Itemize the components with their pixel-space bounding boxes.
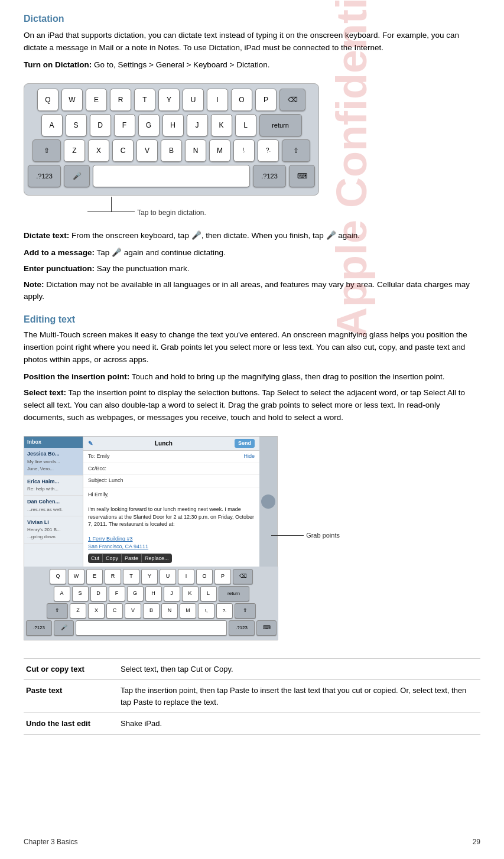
skey-f[interactable]: F (109, 586, 125, 601)
editing-info-table: Cut or copy text Select text, then tap C… (24, 658, 480, 735)
skey-h[interactable]: H (145, 586, 162, 601)
mock-sidebar-header: Inbox (24, 437, 83, 448)
key-w[interactable]: W (61, 89, 83, 111)
key-h[interactable]: H (162, 114, 184, 136)
skey-shift-r[interactable]: ⇧ (235, 603, 256, 619)
mock-email-to: To: Emily Hide (83, 451, 259, 463)
mock-email-keyboard: Inbox Jessica Bo... My line words... Jun… (24, 436, 278, 640)
skey-b[interactable]: B (143, 603, 160, 619)
mock-portrait (259, 437, 277, 567)
key-p[interactable]: P (255, 89, 277, 111)
key-g[interactable]: G (138, 114, 160, 136)
skey-d[interactable]: D (90, 586, 107, 601)
mock-sidebar-preview-3: ...res.res as well. (27, 506, 80, 513)
key-c[interactable]: C (112, 139, 134, 162)
key-b[interactable]: B (161, 139, 182, 162)
skey-y[interactable]: Y (141, 569, 158, 584)
skey-q[interactable]: Q (50, 569, 66, 584)
key-i[interactable]: I (207, 89, 228, 111)
skey-m[interactable]: M (180, 603, 196, 619)
mock-replace-btn[interactable]: Replace... (142, 554, 172, 562)
skey-return[interactable]: return (219, 586, 249, 601)
skey-i[interactable]: I (178, 569, 194, 584)
key-l[interactable]: L (235, 114, 256, 136)
key-numbers-right[interactable]: .?123 (253, 165, 286, 187)
key-delete[interactable]: ⌫ (279, 89, 305, 111)
skey-s[interactable]: S (72, 586, 89, 601)
key-exclaim[interactable]: !, (233, 139, 255, 162)
key-y[interactable]: Y (158, 89, 180, 111)
key-d[interactable]: D (90, 114, 111, 136)
key-shift-left[interactable]: ⇧ (32, 139, 61, 162)
skey-g[interactable]: G (127, 586, 144, 601)
key-q[interactable]: Q (37, 89, 58, 111)
skey-o[interactable]: O (196, 569, 213, 584)
skey-space[interactable] (76, 620, 227, 636)
key-t[interactable]: T (134, 89, 155, 111)
keyboard-row-1: Q W E R T Y U I O P ⌫ (28, 89, 315, 111)
mock-email-header: ✎ Lunch Send (83, 437, 259, 451)
skey-w[interactable]: W (68, 569, 84, 584)
skey-l[interactable]: L (200, 586, 217, 601)
key-n[interactable]: N (185, 139, 206, 162)
skey-t[interactable]: T (123, 569, 139, 584)
key-u[interactable]: U (183, 89, 204, 111)
key-k[interactable]: K (211, 114, 232, 136)
note-paragraph: Note: Dictation may not be available in … (24, 279, 480, 304)
skey-u[interactable]: U (160, 569, 176, 584)
key-e[interactable]: E (86, 89, 107, 111)
skey-x[interactable]: X (88, 603, 105, 619)
dictation-intro: On an iPad that supports dictation, you … (24, 30, 480, 54)
key-a[interactable]: A (41, 114, 63, 136)
key-space[interactable] (93, 165, 250, 187)
skey-j[interactable]: J (164, 586, 180, 601)
skey-z[interactable]: Z (70, 603, 86, 619)
key-o[interactable]: O (231, 89, 252, 111)
skey-e[interactable]: E (86, 569, 103, 584)
mock-paste-btn[interactable]: Paste (122, 554, 142, 562)
mock-body-p1: I'm really looking forward to our lunch … (88, 506, 255, 528)
key-v[interactable]: V (136, 139, 158, 162)
skey-delete[interactable]: ⌫ (233, 569, 253, 584)
key-r[interactable]: R (110, 89, 131, 111)
skey-kb-hide[interactable]: ⌨ (256, 620, 277, 636)
key-keyboard-hide[interactable]: ⌨ (289, 165, 315, 187)
key-question[interactable]: ?. (258, 139, 279, 162)
skey-question[interactable]: ?. (216, 603, 233, 619)
skey-num-r[interactable]: .?123 (229, 620, 255, 636)
key-shift-right[interactable]: ⇧ (282, 139, 310, 162)
key-x[interactable]: X (88, 139, 109, 162)
mock-body-p2: If you want to check out the menu before… (88, 566, 255, 567)
dictate-text-line: Dictate text: From the onscreen keyboard… (24, 230, 480, 242)
skey-r[interactable]: R (105, 569, 121, 584)
key-microphone[interactable]: 🎤 (64, 165, 90, 187)
skey-num-l[interactable]: .?123 (26, 620, 52, 636)
key-j[interactable]: J (187, 114, 208, 136)
key-return[interactable]: return (259, 114, 302, 136)
key-numbers-left[interactable]: .?123 (28, 165, 61, 187)
skey-v[interactable]: V (125, 603, 141, 619)
skey-p[interactable]: P (214, 569, 231, 584)
mock-email-send-btn[interactable]: Send (235, 439, 255, 448)
mock-cut-btn[interactable]: Cut (88, 554, 103, 562)
key-s[interactable]: S (66, 114, 87, 136)
skey-c[interactable]: C (106, 603, 123, 619)
mock-copy-btn[interactable]: Copy (103, 554, 122, 562)
skey-shift-l[interactable]: ⇧ (47, 603, 68, 619)
mock-sidebar: Inbox Jessica Bo... My line words... Jun… (24, 437, 83, 567)
skey-n[interactable]: N (161, 603, 178, 619)
skey-a[interactable]: A (54, 586, 70, 601)
key-z[interactable]: Z (64, 139, 85, 162)
skey-exclaim[interactable]: !, (198, 603, 214, 619)
key-m[interactable]: M (209, 139, 230, 162)
key-f[interactable]: F (114, 114, 135, 136)
mock-email-compose-btn[interactable]: ✎ (88, 439, 93, 448)
mock-email-hide-btn[interactable]: Hide (243, 453, 255, 461)
mock-sidebar-name-4: Vivian Li (27, 519, 80, 527)
position-body: Touch and hold to bring up the magnifyin… (129, 372, 444, 381)
skey-mic[interactable]: 🎤 (54, 620, 74, 636)
mock-small-keyboard: Q W E R T Y U I O P ⌫ A S (24, 567, 278, 640)
skey-k[interactable]: K (182, 586, 199, 601)
dictate-text-body: From the onscreen keyboard, tap 🎤, then … (69, 231, 360, 240)
footer-right: 29 (473, 837, 480, 847)
